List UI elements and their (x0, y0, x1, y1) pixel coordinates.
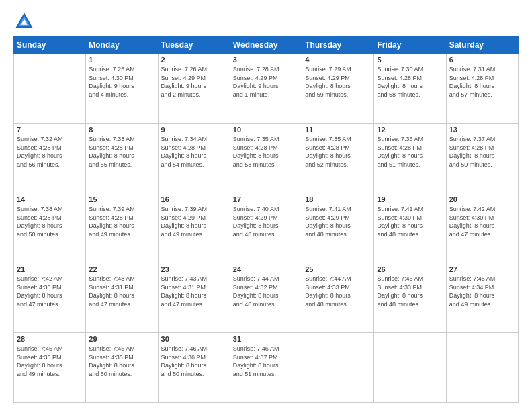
day-info: Sunrise: 7:42 AMSunset: 4:30 PMDaylight:… (449, 205, 515, 238)
calendar-cell: 21Sunrise: 7:42 AMSunset: 4:30 PMDayligh… (14, 263, 86, 333)
calendar-cell: 2Sunrise: 7:26 AMSunset: 4:29 PMDaylight… (158, 54, 230, 124)
day-info: Sunrise: 7:45 AMSunset: 4:34 PMDaylight:… (449, 275, 515, 308)
weekday-header-saturday: Saturday (446, 37, 518, 54)
calendar-cell: 29Sunrise: 7:45 AMSunset: 4:35 PMDayligh… (86, 333, 158, 403)
day-info: Sunrise: 7:25 AMSunset: 4:30 PMDaylight:… (89, 65, 154, 99)
day-info: Sunrise: 7:35 AMSunset: 4:28 PMDaylight:… (233, 135, 299, 169)
day-number: 27 (449, 265, 515, 273)
day-number: 30 (161, 335, 227, 343)
day-info: Sunrise: 7:44 AMSunset: 4:32 PMDaylight:… (233, 275, 299, 308)
calendar-cell: 5Sunrise: 7:30 AMSunset: 4:28 PMDaylight… (374, 54, 446, 124)
weekday-header-friday: Friday (374, 37, 446, 54)
calendar-cell: 18Sunrise: 7:41 AMSunset: 4:29 PMDayligh… (302, 193, 374, 263)
day-info: Sunrise: 7:29 AMSunset: 4:29 PMDaylight:… (305, 65, 371, 99)
day-number: 3 (233, 56, 299, 64)
day-number: 5 (377, 56, 443, 64)
day-number: 31 (233, 335, 299, 343)
calendar-cell: 12Sunrise: 7:36 AMSunset: 4:28 PMDayligh… (374, 124, 446, 193)
weekday-header-tuesday: Tuesday (158, 37, 230, 54)
day-info: Sunrise: 7:46 AMSunset: 4:36 PMDaylight:… (161, 345, 227, 378)
calendar-cell: 13Sunrise: 7:37 AMSunset: 4:28 PMDayligh… (446, 124, 518, 193)
calendar-cell: 11Sunrise: 7:35 AMSunset: 4:28 PMDayligh… (302, 124, 374, 193)
weekday-header-wednesday: Wednesday (230, 37, 302, 54)
day-info: Sunrise: 7:40 AMSunset: 4:29 PMDaylight:… (233, 205, 299, 238)
day-number: 25 (305, 265, 371, 273)
logo (13, 11, 38, 32)
calendar-cell: 1Sunrise: 7:25 AMSunset: 4:30 PMDaylight… (86, 54, 158, 124)
day-number: 17 (233, 195, 299, 203)
day-number: 19 (377, 195, 443, 203)
day-info: Sunrise: 7:41 AMSunset: 4:29 PMDaylight:… (305, 205, 371, 238)
day-number: 18 (305, 195, 371, 203)
day-info: Sunrise: 7:34 AMSunset: 4:28 PMDaylight:… (161, 135, 227, 169)
day-number: 21 (17, 265, 83, 273)
day-number: 11 (305, 126, 371, 134)
day-number: 26 (377, 265, 443, 273)
calendar-cell: 7Sunrise: 7:32 AMSunset: 4:28 PMDaylight… (14, 124, 86, 193)
calendar-cell: 23Sunrise: 7:43 AMSunset: 4:31 PMDayligh… (158, 263, 230, 333)
day-number: 13 (449, 126, 515, 134)
calendar-table: SundayMondayTuesdayWednesdayThursdayFrid… (13, 36, 519, 403)
day-info: Sunrise: 7:45 AMSunset: 4:35 PMDaylight:… (89, 345, 154, 378)
calendar-cell: 27Sunrise: 7:45 AMSunset: 4:34 PMDayligh… (446, 263, 518, 333)
day-number: 6 (449, 56, 515, 64)
day-number: 7 (17, 126, 83, 134)
day-info: Sunrise: 7:38 AMSunset: 4:28 PMDaylight:… (17, 205, 83, 238)
day-number: 10 (233, 126, 299, 134)
day-info: Sunrise: 7:28 AMSunset: 4:29 PMDaylight:… (233, 65, 299, 99)
weekday-header-thursday: Thursday (302, 37, 374, 54)
day-info: Sunrise: 7:32 AMSunset: 4:28 PMDaylight:… (17, 135, 83, 169)
calendar-cell: 22Sunrise: 7:43 AMSunset: 4:31 PMDayligh… (86, 263, 158, 333)
calendar-cell: 3Sunrise: 7:28 AMSunset: 4:29 PMDaylight… (230, 54, 302, 124)
weekday-header-monday: Monday (86, 37, 158, 54)
calendar-cell (374, 333, 446, 403)
day-info: Sunrise: 7:43 AMSunset: 4:31 PMDaylight:… (161, 275, 227, 308)
day-number: 29 (89, 335, 154, 343)
day-number: 23 (161, 265, 227, 273)
calendar-cell: 16Sunrise: 7:39 AMSunset: 4:29 PMDayligh… (158, 193, 230, 263)
day-number: 9 (161, 126, 227, 134)
calendar-cell: 24Sunrise: 7:44 AMSunset: 4:32 PMDayligh… (230, 263, 302, 333)
day-number: 1 (89, 56, 154, 64)
day-info: Sunrise: 7:36 AMSunset: 4:28 PMDaylight:… (377, 135, 443, 169)
calendar-cell: 4Sunrise: 7:29 AMSunset: 4:29 PMDaylight… (302, 54, 374, 124)
day-number: 24 (233, 265, 299, 273)
day-number: 28 (17, 335, 83, 343)
calendar-cell: 9Sunrise: 7:34 AMSunset: 4:28 PMDaylight… (158, 124, 230, 193)
day-info: Sunrise: 7:26 AMSunset: 4:29 PMDaylight:… (161, 65, 227, 99)
day-info: Sunrise: 7:45 AMSunset: 4:33 PMDaylight:… (377, 275, 443, 308)
calendar-cell: 20Sunrise: 7:42 AMSunset: 4:30 PMDayligh… (446, 193, 518, 263)
day-number: 4 (305, 56, 371, 64)
day-info: Sunrise: 7:30 AMSunset: 4:28 PMDaylight:… (377, 65, 443, 99)
week-row-4: 28Sunrise: 7:45 AMSunset: 4:35 PMDayligh… (14, 333, 519, 403)
week-row-0: 1Sunrise: 7:25 AMSunset: 4:30 PMDaylight… (14, 54, 519, 124)
day-number: 2 (161, 56, 227, 64)
week-row-3: 21Sunrise: 7:42 AMSunset: 4:30 PMDayligh… (14, 263, 519, 333)
header (13, 11, 519, 32)
day-info: Sunrise: 7:39 AMSunset: 4:29 PMDaylight:… (161, 205, 227, 238)
calendar-cell: 30Sunrise: 7:46 AMSunset: 4:36 PMDayligh… (158, 333, 230, 403)
page: SundayMondayTuesdayWednesdayThursdayFrid… (0, 0, 532, 411)
calendar-cell (446, 333, 518, 403)
week-row-1: 7Sunrise: 7:32 AMSunset: 4:28 PMDaylight… (14, 124, 519, 193)
day-number: 12 (377, 126, 443, 134)
day-info: Sunrise: 7:33 AMSunset: 4:28 PMDaylight:… (89, 135, 154, 169)
day-info: Sunrise: 7:31 AMSunset: 4:28 PMDaylight:… (449, 65, 515, 99)
calendar-cell: 25Sunrise: 7:44 AMSunset: 4:33 PMDayligh… (302, 263, 374, 333)
day-number: 16 (161, 195, 227, 203)
logo-icon (13, 11, 35, 32)
calendar-cell (14, 54, 86, 124)
calendar-cell: 19Sunrise: 7:41 AMSunset: 4:30 PMDayligh… (374, 193, 446, 263)
weekday-header-row: SundayMondayTuesdayWednesdayThursdayFrid… (14, 37, 519, 54)
day-number: 20 (449, 195, 515, 203)
day-info: Sunrise: 7:35 AMSunset: 4:28 PMDaylight:… (305, 135, 371, 169)
calendar-cell: 6Sunrise: 7:31 AMSunset: 4:28 PMDaylight… (446, 54, 518, 124)
day-info: Sunrise: 7:43 AMSunset: 4:31 PMDaylight:… (89, 275, 154, 308)
calendar-cell: 15Sunrise: 7:39 AMSunset: 4:28 PMDayligh… (86, 193, 158, 263)
day-number: 15 (89, 195, 154, 203)
day-info: Sunrise: 7:39 AMSunset: 4:28 PMDaylight:… (89, 205, 154, 238)
day-info: Sunrise: 7:37 AMSunset: 4:28 PMDaylight:… (449, 135, 515, 169)
week-row-2: 14Sunrise: 7:38 AMSunset: 4:28 PMDayligh… (14, 193, 519, 263)
calendar-cell: 26Sunrise: 7:45 AMSunset: 4:33 PMDayligh… (374, 263, 446, 333)
day-info: Sunrise: 7:42 AMSunset: 4:30 PMDaylight:… (17, 275, 83, 308)
